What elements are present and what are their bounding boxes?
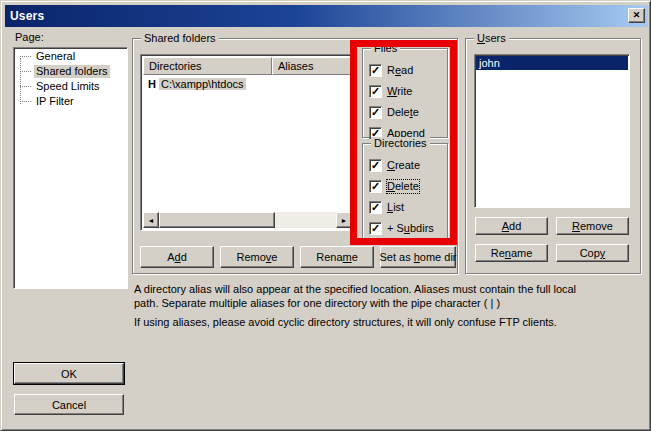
label-part: Set as (379, 251, 413, 263)
list-header: Directories Aliases (143, 57, 352, 75)
page-item-label: General (34, 50, 77, 63)
label-accel: U (477, 32, 485, 44)
page-list[interactable]: General Shared folders Speed Limits IP F… (13, 47, 128, 289)
button-label: Rename (491, 247, 533, 259)
column-header-directories[interactable]: Directories (143, 57, 272, 75)
label-accel: y (600, 247, 606, 259)
page-item-label-selected: Shared folders (34, 65, 110, 78)
users-dialog-window: Users ✕ Page: General Shared folders Spe… (0, 0, 651, 431)
user-row-john[interactable]: john (476, 56, 628, 70)
tree-branch-icon (20, 101, 31, 102)
button-label: Remove (237, 251, 278, 263)
close-icon: ✕ (633, 11, 641, 20)
tree-branch-icon (20, 86, 31, 87)
label-part: A (167, 251, 174, 263)
scroll-right-icon: ► (341, 217, 348, 224)
label-part: dd (509, 220, 521, 232)
label-accel: A (502, 220, 509, 232)
rename-directory-button[interactable]: Rename (300, 246, 374, 268)
users-group-label: Users (474, 32, 509, 44)
button-label: Set as home dir (379, 251, 456, 263)
shared-folders-group-label: Shared folders (141, 32, 219, 44)
title-bar[interactable]: Users ✕ (5, 5, 648, 27)
copy-user-button[interactable]: Copy (556, 244, 629, 262)
add-user-button[interactable]: Add (475, 217, 548, 235)
page-item-label: IP Filter (34, 95, 76, 108)
label-part: Re (491, 247, 505, 259)
label-part: ome dir (420, 251, 457, 263)
close-button[interactable]: ✕ (628, 8, 645, 23)
button-label: Copy (580, 247, 606, 259)
directories-list[interactable]: Directories Aliases H C:\xampp\htdocs ◄ … (140, 54, 355, 231)
annotation-rectangle (350, 40, 457, 245)
button-label: Add (167, 251, 187, 263)
window-title: Users (5, 9, 44, 23)
label-accel: R (572, 220, 580, 232)
users-list[interactable]: john (474, 54, 630, 208)
scrollbar-track[interactable] (275, 212, 336, 228)
add-directory-button[interactable]: Add (140, 246, 214, 268)
scrollbar-thumb[interactable] (159, 212, 275, 228)
label-part: Rena (316, 251, 342, 263)
cancel-button[interactable]: Cancel (14, 394, 124, 415)
button-label: Rename (316, 251, 358, 263)
home-marker: H (148, 78, 159, 90)
label-accel: m (343, 251, 352, 263)
remove-user-button[interactable]: Remove (556, 217, 629, 235)
label-part: emove (580, 220, 613, 232)
label-part: e (271, 251, 277, 263)
directory-row[interactable]: H C:\xampp\htdocs (143, 76, 352, 91)
page-item-label: Speed Limits (34, 80, 102, 93)
tree-branch-icon (20, 71, 31, 72)
page-item-ip-filter[interactable]: IP Filter (14, 94, 127, 108)
label-part: d (181, 251, 187, 263)
ok-button[interactable]: OK (14, 363, 124, 384)
button-label: Add (502, 220, 522, 232)
horizontal-scrollbar[interactable]: ◄ ► (143, 212, 352, 228)
remove-directory-button[interactable]: Remove (220, 246, 294, 268)
rename-user-button[interactable]: Rename (475, 244, 548, 262)
page-item-speed-limits[interactable]: Speed Limits (14, 79, 127, 93)
label-part: Remo (237, 251, 266, 263)
label-part: sers (485, 32, 506, 44)
cyclic-warning-text: If using aliases, please avoid cyclic di… (134, 315, 557, 329)
set-as-home-dir-button[interactable]: Set as home dir (380, 246, 456, 268)
page-item-general[interactable]: General (14, 49, 127, 63)
button-label: Remove (572, 220, 613, 232)
list-body[interactable]: H C:\xampp\htdocs (143, 75, 352, 212)
page-label: Page: (15, 31, 44, 43)
label-part: Cop (580, 247, 600, 259)
page-item-shared-folders[interactable]: Shared folders (14, 64, 127, 78)
directory-path: C:\xampp\htdocs (159, 78, 246, 90)
scroll-left-icon: ◄ (148, 217, 155, 224)
label-part: e (352, 251, 358, 263)
alias-help-text: A directory alias will also appear at th… (134, 282, 576, 310)
tree-branch-icon (20, 56, 31, 57)
label-part: ame (511, 247, 532, 259)
column-header-aliases[interactable]: Aliases (272, 57, 352, 75)
scroll-left-button[interactable]: ◄ (143, 212, 159, 228)
